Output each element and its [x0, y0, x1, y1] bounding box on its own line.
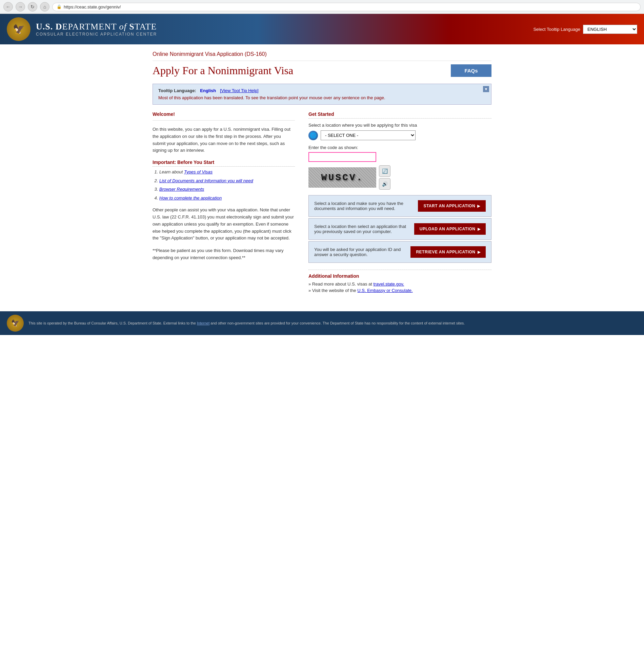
tooltip-lang-label: Select Tooltip Language	[533, 27, 580, 32]
info-panel-toggle[interactable]: ▼	[483, 86, 489, 92]
footer-text: This site is operated by the Bureau of C…	[28, 320, 465, 326]
home-button[interactable]: ⌂	[40, 2, 49, 12]
forward-button[interactable]: →	[16, 2, 25, 12]
upload-application-text: Select a location then select an applica…	[314, 224, 409, 234]
list-item-1: Learn about Types of Visas	[159, 169, 295, 176]
tooltip-lang-label: Tooltip Language:	[158, 88, 196, 93]
refresh-button[interactable]: ↻	[28, 2, 37, 12]
captcha-image: WUSCV.	[308, 167, 376, 188]
footer-seal-icon: 🦅	[11, 319, 20, 327]
translation-note: Most of this application has been transl…	[158, 95, 486, 100]
page-title: Apply For a Nonimmigrant Visa	[152, 64, 293, 77]
two-col-layout: Welcome! On this website, you can apply …	[152, 112, 492, 294]
additional-info: Additional Information » Read more about…	[308, 270, 492, 293]
tooltip-lang-line: Tooltip Language: English [View Tool Tip…	[158, 88, 486, 93]
additional-info-link-2: » Visit the website of the U.S. Embassy …	[308, 288, 492, 293]
back-button[interactable]: ←	[3, 2, 13, 12]
captcha-refresh-button[interactable]: 🔄	[379, 165, 391, 177]
documents-list-link[interactable]: List of Documents and Information you wi…	[159, 178, 253, 183]
additional-info-heading: Additional Information	[308, 273, 492, 279]
retrieve-application-button[interactable]: RETRIEVE AN APPLICATION	[410, 246, 486, 258]
captcha-section: Enter the code as shown: WUSCV. 🔄 🔊	[308, 145, 492, 190]
header-left: 🦅 U.S. DEPARTMENT of STATE Consular Elec…	[7, 17, 157, 41]
main-content: Online Nonimmigrant Visa Application (DS…	[143, 45, 501, 301]
list-item-4: How to complete the application	[159, 195, 295, 202]
site-header: 🦅 U.S. DEPARTMENT of STATE Consular Elec…	[0, 14, 644, 45]
start-application-button[interactable]: START AN APPLICATION	[418, 200, 486, 212]
list-item-2: List of Documents and Information you wi…	[159, 177, 295, 184]
location-row: 🌐 - SELECT ONE -	[308, 130, 492, 140]
location-select[interactable]: - SELECT ONE -	[321, 130, 416, 140]
welcome-text2: Other people can assist you with your vi…	[152, 207, 295, 242]
browser-requirements-link[interactable]: Browser Requirements	[159, 187, 204, 192]
before-you-start-list: Learn about Types of Visas List of Docum…	[159, 169, 295, 201]
captcha-input[interactable]	[308, 152, 376, 162]
site-footer: 🦅 This site is operated by the Bureau of…	[0, 311, 644, 335]
captcha-image-row: WUSCV. 🔄 🔊	[308, 165, 492, 190]
start-application-text: Select a location and make sure you have…	[314, 201, 412, 211]
location-select-label: Select a location where you will be appl…	[308, 123, 492, 128]
browser-chrome: ← → ↻ ⌂ 🔒 https://ceac.state.gov/genniv/	[0, 0, 644, 14]
welcome-text3: **Please be patient as you use this form…	[152, 247, 295, 262]
view-tooltip-help-link[interactable]: [View Tool Tip Help]	[220, 88, 259, 93]
header-subtitle: Consular Electronic Application Center	[36, 32, 157, 37]
right-column: Get Started Select a location where you …	[308, 112, 492, 294]
start-application-box: Select a location and make sure you have…	[308, 195, 492, 217]
faq-button[interactable]: FAQs	[451, 64, 492, 77]
retrieve-application-box: You will be asked for your application I…	[308, 241, 492, 263]
page-subtitle: Online Nonimmigrant Visa Application (DS…	[152, 51, 492, 61]
header-title: U.S. DEPARTMENT of STATE	[36, 22, 157, 32]
url-text: https://ceac.state.gov/genniv/	[64, 4, 121, 10]
types-of-visas-link[interactable]: Types of Visas	[184, 169, 212, 175]
how-to-complete-link[interactable]: How to complete the application	[159, 195, 222, 201]
tooltip-lang-value: English	[200, 88, 216, 93]
captcha-text: WUSCV.	[321, 173, 364, 183]
captcha-label: Enter the code as shown:	[308, 145, 492, 150]
header-title-block: U.S. DEPARTMENT of STATE Consular Electr…	[36, 22, 157, 37]
get-started-heading: Get Started	[308, 112, 492, 118]
footer-seal: 🦅	[7, 315, 24, 332]
upload-application-box: Select a location then select an applica…	[308, 218, 492, 240]
welcome-text1: On this website, you can apply for a U.S…	[152, 126, 295, 154]
list-item-3: Browser Requirements	[159, 186, 295, 193]
welcome-heading: Welcome!	[152, 112, 295, 117]
captcha-buttons: 🔄 🔊	[379, 165, 391, 190]
seal-icon: 🦅	[13, 24, 25, 35]
lock-icon: 🔒	[57, 4, 62, 9]
state-seal: 🦅	[7, 17, 30, 41]
welcome-divider	[152, 120, 295, 121]
globe-icon: 🌐	[308, 131, 318, 140]
travel-state-gov-link[interactable]: travel.state.gov.	[373, 281, 404, 287]
info-panel: ▼ Tooltip Language: English [View Tool T…	[152, 84, 492, 105]
left-column: Welcome! On this website, you can apply …	[152, 112, 295, 267]
retrieve-application-text: You will be asked for your application I…	[314, 247, 405, 257]
action-boxes: Select a location and make sure you have…	[308, 195, 492, 263]
tooltip-language-select[interactable]: ENGLISH SPANISH FRENCH PORTUGUESE CHINES…	[583, 25, 637, 34]
page-title-row: Apply For a Nonimmigrant Visa FAQs	[152, 64, 492, 77]
footer-internet-link[interactable]: Internet	[197, 321, 209, 325]
address-bar[interactable]: 🔒 https://ceac.state.gov/genniv/	[52, 3, 641, 11]
header-right: Select Tooltip Language ENGLISH SPANISH …	[533, 25, 637, 34]
upload-application-button[interactable]: UPLOAD AN APPLICATION	[414, 223, 486, 235]
additional-info-link-1: » Read more about U.S. visas at travel.s…	[308, 281, 492, 287]
captcha-audio-button[interactable]: 🔊	[379, 178, 391, 190]
embassy-consulate-link[interactable]: U.S. Embassy or Consulate.	[357, 288, 412, 293]
list-item-1-label: Learn about	[159, 169, 184, 175]
important-heading: Important: Before You Start	[152, 160, 295, 167]
